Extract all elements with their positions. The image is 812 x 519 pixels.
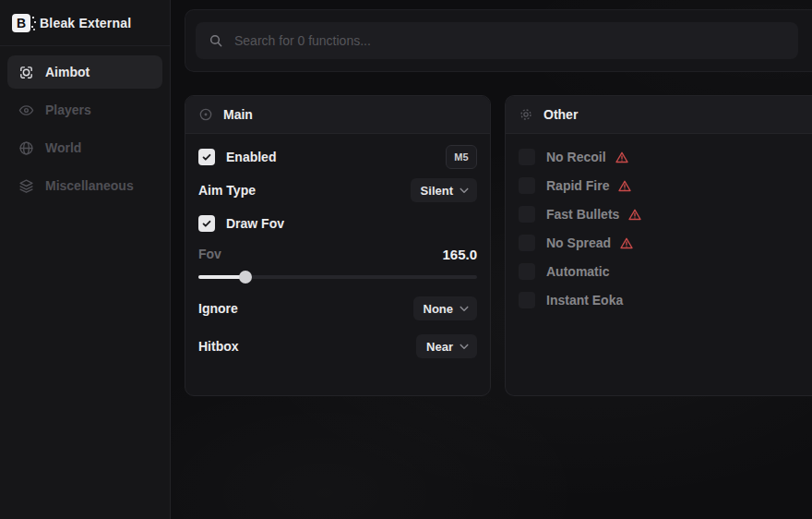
sidebar-item-label: Players bbox=[45, 103, 91, 117]
sidebar-item-world[interactable]: World bbox=[7, 131, 162, 164]
search-input[interactable] bbox=[234, 33, 785, 48]
sidebar-nav: Aimbot Players World bbox=[0, 46, 170, 211]
other-panel: Other No Recoil Rapid Fire bbox=[505, 95, 812, 396]
automatic-checkbox[interactable] bbox=[519, 263, 535, 280]
sidebar-item-players[interactable]: Players bbox=[7, 93, 162, 127]
main-panel: Main Enabled M5 Aim Type Silent bbox=[185, 95, 491, 396]
enabled-label: Enabled bbox=[226, 150, 276, 164]
warning-icon bbox=[620, 237, 633, 249]
sidebar-item-label: World bbox=[45, 140, 81, 155]
hitbox-dropdown[interactable]: Near bbox=[416, 334, 477, 358]
hitbox-label: Hitbox bbox=[198, 339, 239, 354]
other-panel-header: Other bbox=[506, 96, 812, 134]
no-spread-label: No Spread bbox=[546, 235, 611, 250]
search-icon bbox=[209, 33, 223, 48]
rapid-fire-checkbox[interactable] bbox=[519, 177, 535, 194]
layers-icon bbox=[18, 178, 34, 194]
aim-type-row: Aim Type Silent bbox=[198, 178, 477, 202]
no-recoil-row: No Recoil bbox=[519, 147, 812, 167]
no-recoil-checkbox[interactable] bbox=[519, 149, 535, 165]
panel-title: Other bbox=[543, 107, 578, 122]
fast-bullets-row: Fast Bullets bbox=[519, 204, 812, 224]
slider-track[interactable] bbox=[198, 275, 477, 279]
fast-bullets-checkbox[interactable] bbox=[519, 206, 535, 223]
aim-type-label: Aim Type bbox=[198, 183, 256, 198]
no-recoil-label: No Recoil bbox=[546, 150, 606, 164]
keybind-badge[interactable]: M5 bbox=[446, 145, 477, 169]
globe-icon bbox=[18, 140, 34, 156]
app-logo-icon: B bbox=[12, 14, 30, 32]
ignore-row: Ignore None bbox=[198, 296, 477, 320]
hitbox-row: Hitbox Near bbox=[198, 334, 477, 358]
slider-thumb[interactable] bbox=[239, 271, 252, 284]
search-panel bbox=[185, 9, 812, 72]
aim-type-dropdown[interactable]: Silent bbox=[411, 178, 477, 202]
draw-fov-row: Draw Fov bbox=[198, 211, 477, 235]
main-panel-body: Enabled M5 Aim Type Silent bbox=[185, 134, 490, 379]
no-spread-checkbox[interactable] bbox=[519, 235, 535, 251]
sidebar-item-miscellaneous[interactable]: Miscellaneous bbox=[7, 169, 162, 202]
fov-row: Fov 165.0 bbox=[198, 245, 477, 263]
sidebar-header: B Bleak External bbox=[0, 0, 170, 46]
chevron-down-icon bbox=[460, 306, 469, 312]
rapid-fire-row: Rapid Fire bbox=[519, 175, 812, 196]
automatic-row: Automatic bbox=[519, 261, 812, 282]
sidebar-item-label: Aimbot bbox=[45, 65, 90, 79]
aim-type-value: Silent bbox=[421, 184, 453, 198]
app-title: Bleak External bbox=[40, 16, 131, 30]
eye-icon bbox=[18, 103, 34, 118]
sidebar-item-aimbot[interactable]: Aimbot bbox=[7, 55, 162, 89]
hitbox-value: Near bbox=[426, 340, 453, 354]
draw-fov-label: Draw Fov bbox=[226, 216, 284, 231]
fov-value: 165.0 bbox=[442, 247, 477, 262]
warning-icon bbox=[615, 151, 628, 163]
gear-icon bbox=[519, 107, 533, 122]
instant-eoka-label: Instant Eoka bbox=[546, 293, 623, 308]
target-icon bbox=[198, 107, 213, 122]
instant-eoka-checkbox[interactable] bbox=[519, 292, 535, 308]
instant-eoka-row: Instant Eoka bbox=[519, 290, 812, 310]
sidebar-item-label: Miscellaneous bbox=[45, 178, 134, 193]
search-box[interactable] bbox=[196, 22, 798, 59]
sidebar: B Bleak External Aimbot Players bbox=[0, 0, 171, 519]
no-spread-row: No Spread bbox=[519, 233, 812, 253]
main-panel-header: Main bbox=[185, 96, 490, 134]
enabled-row: Enabled M5 bbox=[198, 145, 477, 169]
automatic-label: Automatic bbox=[546, 264, 609, 279]
enabled-checkbox[interactable] bbox=[198, 149, 215, 165]
crosshair-scan-icon bbox=[18, 65, 34, 80]
fov-label: Fov bbox=[198, 247, 221, 261]
fast-bullets-label: Fast Bullets bbox=[546, 207, 619, 222]
main-content: Main Enabled M5 Aim Type Silent bbox=[171, 0, 812, 519]
ignore-dropdown[interactable]: None bbox=[413, 296, 478, 320]
draw-fov-checkbox[interactable] bbox=[198, 215, 215, 232]
warning-icon bbox=[618, 180, 631, 192]
other-panel-body: No Recoil Rapid Fire bbox=[506, 134, 812, 323]
warning-icon bbox=[628, 209, 641, 221]
rapid-fire-label: Rapid Fire bbox=[546, 178, 609, 193]
ignore-value: None bbox=[424, 302, 454, 316]
ignore-label: Ignore bbox=[198, 301, 238, 316]
panels-row: Main Enabled M5 Aim Type Silent bbox=[185, 95, 812, 396]
chevron-down-icon bbox=[460, 344, 469, 350]
chevron-down-icon bbox=[460, 187, 469, 194]
fov-slider[interactable] bbox=[198, 271, 477, 284]
panel-title: Main bbox=[223, 107, 253, 122]
